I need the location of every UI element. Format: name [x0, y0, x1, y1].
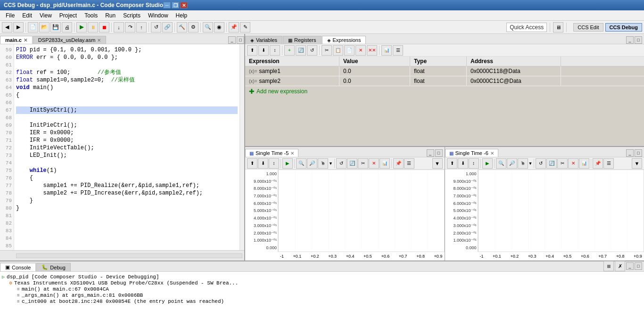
- chart2-tab[interactable]: ▦ Single Time -6 ✕: [445, 149, 498, 157]
- chart1-close[interactable]: ✕: [290, 151, 294, 156]
- chart1-tab[interactable]: ▦ Single Time -5 ✕: [245, 149, 298, 157]
- chart2-close[interactable]: ✕: [490, 151, 494, 156]
- expr-tb4[interactable]: +: [284, 45, 295, 56]
- tb-print[interactable]: 🖨: [62, 22, 72, 33]
- expr-tb8[interactable]: 📋: [333, 45, 343, 56]
- c1t3[interactable]: ↕: [269, 158, 279, 169]
- menu-tools[interactable]: Tools: [81, 11, 101, 20]
- console-item-2[interactable]: ≡ main() at main.c:67 0x0084CA: [17, 286, 642, 292]
- tb-fwd[interactable]: ▶: [13, 22, 24, 33]
- expr-tb3[interactable]: ↕: [270, 45, 280, 56]
- console-item-3[interactable]: ≡ _args_main() at args_main.c:81 0x0086B…: [17, 293, 642, 298]
- tb-back[interactable]: ◀: [2, 22, 12, 33]
- c1t4[interactable]: ▶: [282, 158, 293, 169]
- tb-icon-btn1[interactable]: 🖥: [553, 22, 563, 33]
- c1t2[interactable]: ⬇: [258, 158, 268, 169]
- c2t1[interactable]: ⬆: [447, 158, 457, 169]
- tab-registers[interactable]: ▦ Registers: [283, 36, 321, 44]
- expr-row-1[interactable]: (x)= sample2 0.0 float 0x0000C11C@Data: [245, 76, 644, 86]
- c1t5[interactable]: 🔍: [296, 158, 306, 169]
- tb-build2[interactable]: ⚙: [188, 22, 198, 33]
- c1t14[interactable]: ☰: [404, 158, 414, 169]
- tb-open[interactable]: 📂: [39, 22, 50, 33]
- console-max-btn[interactable]: □: [635, 262, 642, 270]
- minimize-button[interactable]: ─: [163, 2, 171, 8]
- c2t12[interactable]: 📊: [579, 158, 589, 169]
- c2t10[interactable]: ✂: [557, 158, 568, 169]
- expr-tb13[interactable]: ☰: [393, 45, 403, 56]
- tb-ref[interactable]: ◉: [214, 22, 224, 33]
- c2t9[interactable]: 🔄: [546, 158, 557, 169]
- c1t13[interactable]: 📌: [393, 158, 404, 169]
- tab-delay-asm[interactable]: DSP2833x_usDelay.asm ✕: [33, 36, 106, 44]
- expr-tb2[interactable]: ⬇: [258, 45, 269, 56]
- tb-misc2[interactable]: ✎: [240, 22, 250, 33]
- tab-expressions[interactable]: ◈ Expressions: [322, 36, 366, 44]
- tb-debug-resume[interactable]: ▶: [76, 22, 87, 33]
- menu-scripts[interactable]: Scripts: [119, 11, 144, 20]
- expr-tb5[interactable]: 🔄: [296, 45, 306, 56]
- tab-variables[interactable]: ◈ Variables: [245, 36, 282, 44]
- c2t5[interactable]: 🔍: [496, 158, 506, 169]
- editor-vscrollbar[interactable]: [239, 44, 244, 250]
- console-item-0[interactable]: ▷ dsp_pid [Code Composer Studio - Device…: [2, 274, 642, 280]
- menu-project[interactable]: Project: [56, 11, 81, 20]
- editor-maximize-btn[interactable]: □: [237, 36, 244, 44]
- menu-file[interactable]: File: [2, 11, 18, 20]
- quick-access-input[interactable]: Quick Access: [506, 23, 547, 32]
- c1t7[interactable]: 🖱: [318, 158, 328, 169]
- tab-main-c-close[interactable]: ✕: [24, 38, 27, 43]
- c2t7[interactable]: 🖱: [518, 158, 528, 169]
- add-new-expression[interactable]: ✚ Add new expression: [245, 86, 644, 97]
- expr-tb10[interactable]: ✕: [355, 45, 366, 56]
- close-button[interactable]: ✕: [180, 2, 188, 8]
- tb-save[interactable]: 💾: [50, 22, 61, 33]
- c2-drop[interactable]: ▼: [528, 161, 533, 166]
- c2t6[interactable]: 🔎: [507, 158, 517, 169]
- expr-tb7[interactable]: ✂: [322, 45, 332, 56]
- restore-button[interactable]: ❐: [172, 2, 179, 8]
- expr-tb12[interactable]: 📊: [381, 45, 392, 56]
- console-item-4[interactable]: ≡ c_int000 at boot28.inc:248 0x00854E (t…: [17, 299, 642, 304]
- menu-view[interactable]: View: [36, 11, 56, 20]
- chart1-max-btn[interactable]: □: [435, 149, 443, 157]
- c1-drop-down[interactable]: ▼: [432, 158, 443, 169]
- c1t12[interactable]: 📊: [380, 158, 390, 169]
- c1t8[interactable]: ↺: [336, 158, 347, 169]
- chart2-min-btn[interactable]: _: [626, 149, 634, 157]
- console-item-1[interactable]: ⚙ Texas Instruments XDS100v1 USB Debug P…: [9, 280, 642, 286]
- c2t13[interactable]: 📌: [593, 158, 603, 169]
- tab-main-c[interactable]: main.c ✕: [0, 36, 33, 44]
- tb-step-over[interactable]: ↷: [125, 22, 135, 33]
- expr-tb9[interactable]: 📄: [344, 45, 355, 56]
- menu-window[interactable]: Window: [144, 11, 172, 20]
- expr-tb6[interactable]: ↺: [307, 45, 317, 56]
- tb-connect[interactable]: 🔗: [162, 22, 173, 33]
- expr-tb11[interactable]: ✕✕: [367, 45, 377, 56]
- editor-minimize-btn[interactable]: _: [228, 36, 236, 44]
- tb-search[interactable]: 🔍: [203, 22, 213, 33]
- tb-step-into[interactable]: ↓: [114, 22, 124, 33]
- c2t4[interactable]: ▶: [482, 158, 493, 169]
- console-min-btn[interactable]: _: [626, 262, 634, 270]
- tb-debug-stop[interactable]: ⏹: [99, 22, 109, 33]
- chart2-max-btn[interactable]: □: [635, 149, 642, 157]
- tb-step-return[interactable]: ↑: [136, 22, 147, 33]
- tab-console[interactable]: ▣ Console: [0, 263, 36, 271]
- c1t10[interactable]: ✂: [358, 158, 368, 169]
- chart1-min-btn[interactable]: _: [427, 149, 434, 157]
- c2t8[interactable]: ↺: [536, 158, 546, 169]
- ccs-edit-btn[interactable]: CCS Edit: [573, 23, 603, 32]
- c1t6[interactable]: 🔎: [307, 158, 317, 169]
- c2-drop-down[interactable]: ▼: [632, 158, 642, 169]
- c2t11[interactable]: ✕: [568, 158, 578, 169]
- expr-row-0[interactable]: (x)= sample1 0.0 float 0x0000C118@Data: [245, 66, 644, 76]
- tb-restart[interactable]: ↺: [151, 22, 161, 33]
- expr-minimize-btn[interactable]: _: [626, 36, 634, 44]
- tb-new[interactable]: 📄: [28, 22, 38, 33]
- c1t1[interactable]: ⬆: [247, 158, 257, 169]
- menu-run[interactable]: Run: [101, 11, 119, 20]
- console-tb-stop[interactable]: ⏹: [603, 261, 614, 271]
- console-content[interactable]: ▷ dsp_pid [Code Composer Studio - Device…: [0, 272, 644, 317]
- c1t11[interactable]: ✕: [369, 158, 379, 169]
